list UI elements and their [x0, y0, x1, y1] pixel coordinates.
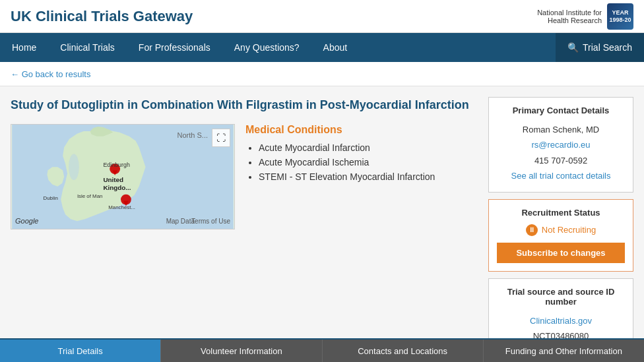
footer-tabs: Trial Details Volunteer Information Cont…	[0, 338, 644, 362]
right-panel: Primary Contact Details Roman Schenk, MD…	[488, 97, 633, 352]
contact-phone: 415 707-0592	[497, 153, 625, 168]
svg-text:Manchest...: Manchest...	[108, 205, 135, 211]
pause-icon: ⏸	[526, 224, 538, 236]
nav-item-any-questions[interactable]: Any Questions?	[222, 33, 311, 62]
svg-text:Edinburgh: Edinburgh	[103, 162, 130, 168]
map-north-label: North S...	[177, 131, 208, 139]
nav-item-clinical-trials[interactable]: Clinical Trials	[48, 33, 126, 62]
nav-item-home[interactable]: Home	[0, 33, 48, 62]
breadcrumb-bar: Go back to results	[0, 62, 644, 86]
top-header: UK Clinical Trials Gateway National Inst…	[0, 0, 644, 33]
breadcrumb-link[interactable]: Go back to results	[11, 69, 90, 79]
site-title-regular: UK Clinical Trials	[11, 8, 133, 24]
tab-contacts-locations[interactable]: Contacts and Locations	[323, 340, 484, 362]
map-data-label: Map Data	[166, 218, 195, 225]
tab-trial-details[interactable]: Trial Details	[0, 340, 161, 362]
content-row: Edinburgh United Kingdo... Isle of Man M…	[11, 124, 478, 229]
main-content: Study of Dutogliptin in Combination With…	[0, 86, 644, 362]
svg-text:Dublin: Dublin	[44, 195, 58, 201]
map-svg: Edinburgh United Kingdo... Isle of Man M…	[11, 125, 234, 229]
recruitment-title: Recruitment Status	[497, 208, 625, 218]
condition-item-1: Acute Myocardial Infarction	[259, 142, 478, 153]
nav-search[interactable]: 🔍 Trial Search	[556, 33, 644, 62]
condition-item-3: STEMI - ST Elevation Myocardial Infarcti…	[259, 171, 478, 182]
map-google-label: Google	[15, 217, 38, 225]
svg-text:United: United	[103, 176, 123, 183]
nihr-logo: National Institute for Health Research Y…	[537, 3, 633, 30]
contact-email-link[interactable]: rs@recardio.eu	[531, 140, 590, 150]
svg-point-4	[69, 154, 79, 181]
left-panel: Study of Dutogliptin in Combination With…	[11, 97, 478, 352]
nav-item-about[interactable]: About	[311, 33, 360, 62]
map-terms-label: Terms of Use	[191, 218, 230, 225]
source-box-title: Trial source and source ID number	[497, 287, 625, 307]
subscribe-button[interactable]: Subscribe to changes	[497, 243, 625, 263]
primary-contact-content: Roman Schenk, MD rs@recardio.eu 415 707-…	[497, 122, 625, 184]
primary-contact-title: Primary Contact Details	[497, 106, 625, 115]
contact-name: Roman Schenk, MD	[497, 122, 625, 137]
tab-funding-other[interactable]: Funding and Other Information	[484, 340, 644, 362]
medical-conditions-heading: Medical Conditions	[245, 124, 478, 136]
nihr-badge: YEAR1998-20	[607, 3, 633, 30]
medical-conditions-panel: Medical Conditions Acute Myocardial Infa…	[245, 124, 478, 229]
site-title: UK Clinical Trials Gateway	[11, 8, 193, 25]
map-container: Edinburgh United Kingdo... Isle of Man M…	[11, 124, 235, 229]
nihr-text: National Institute for Health Research	[537, 9, 602, 24]
conditions-list: Acute Myocardial Infarction Acute Myocar…	[245, 142, 478, 182]
map-expand-button[interactable]: ⛶	[212, 129, 230, 147]
svg-text:Kingdo...: Kingdo...	[103, 184, 131, 191]
site-title-bold: Gateway	[133, 8, 193, 24]
search-label: Trial Search	[583, 42, 632, 53]
search-icon: 🔍	[567, 42, 579, 53]
primary-contact-box: Primary Contact Details Roman Schenk, MD…	[488, 97, 633, 193]
see-all-contact-link[interactable]: See all trial contact details	[511, 171, 610, 181]
tab-volunteer-information[interactable]: Volunteer Information	[161, 340, 322, 362]
svg-text:Isle of Man: Isle of Man	[77, 193, 103, 199]
recruitment-box: Recruitment Status ⏸ Not Recruiting Subs…	[488, 199, 633, 272]
nav-item-for-professionals[interactable]: For Professionals	[127, 33, 222, 62]
main-nav: Home Clinical Trials For Professionals A…	[0, 33, 644, 62]
recruitment-status: ⏸ Not Recruiting	[497, 224, 625, 236]
recruitment-status-label: Not Recruiting	[542, 225, 596, 235]
nav-items: Home Clinical Trials For Professionals A…	[0, 33, 556, 62]
page-title: Study of Dutogliptin in Combination With…	[11, 97, 478, 113]
condition-item-2: Acute Myocardial Ischemia	[259, 157, 478, 167]
source-link[interactable]: Clinicaltrials.gov	[530, 316, 592, 326]
